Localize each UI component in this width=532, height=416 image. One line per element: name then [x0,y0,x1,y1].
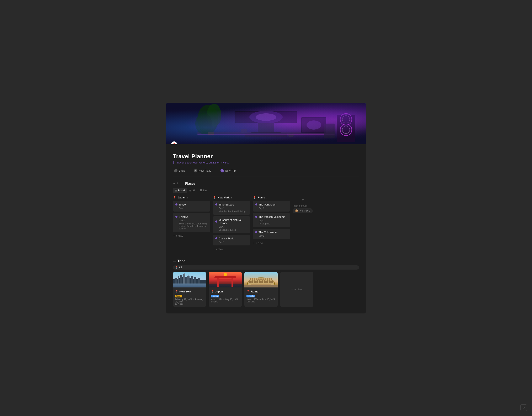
add-group-button[interactable]: + [293,197,313,203]
back-button[interactable]: ← Back [173,168,186,173]
no-trip-count: 0 [309,209,311,212]
action-bar: ← Back + New Place + New Trip [173,168,359,177]
new-place-button[interactable]: + New Place [193,168,213,173]
newyork-tag: Work [175,295,182,297]
shibuya-desc: The frenetic and scrambling center of mo… [175,222,208,230]
central-park-dot [215,237,217,239]
back-icon: ← [174,169,178,172]
japan-add-icon: + [173,234,175,237]
svg-rect-34 [179,278,180,284]
card-central-park[interactable]: Central Park Day 1 [213,235,250,246]
newyork-count: 3 [231,196,232,199]
bottom-right-button[interactable]: ⤢ [520,404,527,411]
card-tokyo-title: Tokyo [175,203,208,206]
add-section-icon[interactable]: + [173,182,175,186]
rome-tag: Family [247,295,255,297]
svg-rect-39 [185,277,187,284]
svg-rect-46 [196,279,198,284]
card-tokyo[interactable]: Tokyo Day 1 [173,201,210,212]
newyork-nights: 12 nights [175,303,204,305]
rome-pin-icon: 📍 [253,196,256,199]
japan-nights: 9 nights [211,301,240,303]
svg-point-57 [224,273,227,276]
svg-rect-53 [215,276,236,278]
rome-add-new[interactable]: + + New [253,241,290,246]
card-time-square[interactable]: Time Square Day 2 Visit Empire State Bui… [213,201,250,215]
tokyo-dot [175,203,178,206]
svg-rect-30 [173,279,175,284]
trip-card-newyork[interactable]: 📍 New York Work February 17, 2024 → Febr… [173,272,206,307]
back-label: Back [179,169,185,172]
svg-rect-43 [191,276,193,284]
japan-add-label: + New [176,234,183,237]
new-trip-button[interactable]: + New Trip [219,168,237,173]
svg-rect-32 [177,279,178,284]
svg-rect-33 [178,276,179,284]
add-trip-label: + New [294,288,302,291]
card-shibuya[interactable]: Shibuya Day 2 The frenetic and scramblin… [173,213,210,232]
tab-all[interactable]: ⊟ All [187,188,197,193]
svg-rect-71 [269,280,271,283]
svg-rect-29 [173,283,206,287]
newyork-name-row: 📍 New York [175,290,204,293]
svg-rect-31 [175,278,177,284]
rome-add-icon: + [253,242,255,245]
card-colosseum[interactable]: The Colosseum Day 2 [253,228,290,239]
svg-rect-47 [198,278,200,284]
no-trip-icon: 📦 [295,209,298,212]
newyork-add-icon: + [213,248,215,251]
board-container: 📍 Japan 2 Tokyo Day 1 [173,196,359,253]
svg-rect-84 [271,278,272,280]
japan-tag: Family [211,295,219,297]
hidden-groups-label: Hidden groups [293,204,313,207]
svg-rect-35 [180,275,182,284]
group-rome: 📍 Rome 3 The Pantheon Day 3 [253,196,290,246]
svg-rect-64 [251,280,253,283]
colosseum-dot [255,231,257,233]
card-vatican[interactable]: The Vatican Museums Day 1 Ticket price [253,213,290,227]
newyork-pin-icon: 📍 [213,196,216,199]
app-container: 📍 Travel Planner I haven't been everywhe… [166,103,366,313]
shibuya-dot [175,216,178,218]
japan-add-new[interactable]: + + New [173,234,210,238]
card-pantheon[interactable]: The Pantheon Day 3 [253,201,290,212]
newyork-add-new[interactable]: + + New [213,247,250,252]
add-trip-plus-icon: + [291,287,293,291]
svg-rect-65 [254,280,256,283]
section-controls: + ⠿ [173,182,179,186]
rome-add-label: + New [256,242,263,245]
trip-card-rome[interactable]: 📍 Rome Family June 1, 2024 → June 16, 20… [244,272,278,307]
board-right-controls: + Hidden groups 📦 No Trip 0 [293,196,313,213]
japan-name: Japan [215,290,223,293]
japan-dates: May 1, 2024 → May 10, 2024 [211,298,240,301]
japan-name-row: 📍 Japan [211,290,240,293]
all-filter[interactable]: 📍 All [173,265,359,269]
new-place-label: New Place [199,169,211,172]
svg-rect-75 [252,278,253,280]
tab-list[interactable]: ☰ List [198,188,209,193]
trip-card-japan[interactable]: 📍 Japan Family May 1, 2024 → May 10, 202… [209,272,242,307]
rome-thumbnail [244,272,278,287]
time-square-meta: Day 2 [215,207,248,209]
museum-desc: Booking required [215,228,248,231]
pantheon-meta: Day 3 [255,207,288,209]
rome-group-title: Rome [257,196,265,199]
trips-dash: — [173,259,176,263]
no-trip-badge: 📦 No Trip 0 [293,208,313,213]
tab-board[interactable]: ⊞ Board [173,188,187,193]
page-subtitle: I haven't been everywhere, but it's on m… [173,161,359,164]
list-label: List [203,189,207,192]
newyork-group-header: 📍 New York 3 [213,196,250,199]
drag-handle-icon[interactable]: ⠿ [176,182,179,186]
svg-rect-74 [250,278,251,280]
svg-rect-41 [188,275,189,276]
places-section: + ⠿ — Places ⊞ Board ⊟ All ☰ List [173,182,359,253]
add-trip-card[interactable]: + + New [280,272,314,307]
museum-dot [215,220,217,223]
rome-name: Rome [251,290,258,293]
svg-rect-77 [256,278,257,280]
time-square-dot [215,203,217,206]
card-museum[interactable]: Museum of Natural History Day 3 Booking … [213,216,250,233]
rome-count: 3 [266,196,267,199]
svg-rect-63 [249,280,251,283]
